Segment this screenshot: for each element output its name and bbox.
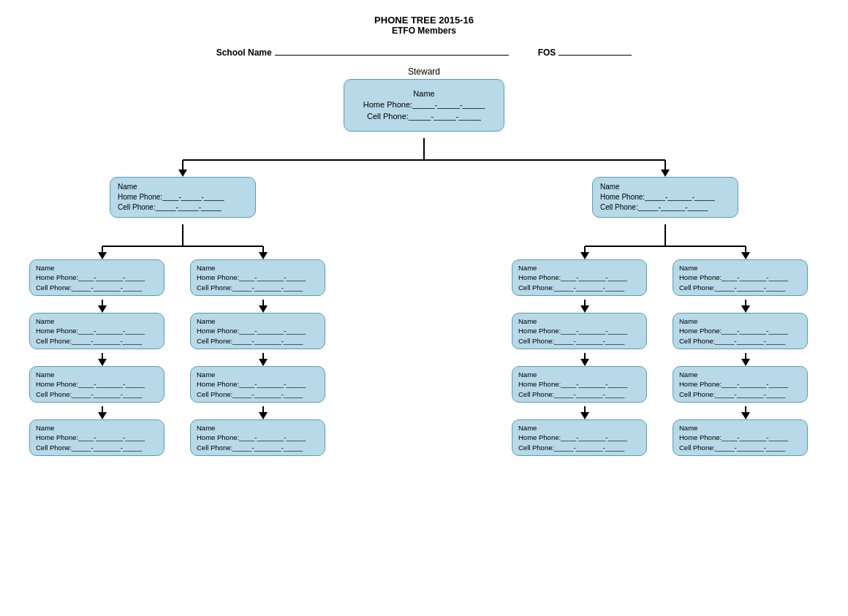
svg-marker-3 bbox=[178, 170, 187, 177]
col2-node3: Name Home Phone:____-_______-_____ Cell … bbox=[190, 419, 329, 456]
fos-field: FOS bbox=[538, 47, 632, 58]
col3-node0: Name Home Phone:____-_______-_____ Cell … bbox=[512, 259, 651, 296]
col1-node2: Name Home Phone:____-_______-_____ Cell … bbox=[29, 366, 168, 403]
root-home: Home Phone:_____-_____-_____ bbox=[356, 99, 492, 110]
tree-container: Steward Name Home Phone:_____-_____-____… bbox=[22, 65, 826, 562]
page: PHONE TREE 2015-16 ETFO Members School N… bbox=[0, 0, 848, 616]
school-label: School Name bbox=[216, 47, 272, 58]
svg-marker-27 bbox=[259, 359, 268, 366]
l1l-name: Name bbox=[118, 182, 248, 192]
col1-node3: Name Home Phone:____-_______-_____ Cell … bbox=[29, 419, 168, 456]
school-fos-line: School Name FOS bbox=[22, 47, 826, 58]
svg-marker-11 bbox=[259, 252, 268, 259]
svg-marker-35 bbox=[580, 412, 589, 419]
svg-marker-19 bbox=[98, 305, 107, 313]
root-name: Name bbox=[356, 88, 492, 99]
col4-node0: Name Home Phone:____-_______-_____ Cell … bbox=[673, 259, 811, 296]
c1n0-home: Home Phone:____-_______-_____ bbox=[36, 273, 158, 282]
col3-node1: Name Home Phone:____-_______-_____ Cell … bbox=[512, 313, 651, 349]
col2-node0: Name Home Phone:____-_______-_____ Cell … bbox=[190, 259, 329, 296]
col1-node1: Name Home Phone:____-_______-_____ Cell … bbox=[29, 313, 168, 349]
svg-marker-29 bbox=[259, 412, 268, 419]
root-cell: Cell Phone:_____-_____-_____ bbox=[356, 111, 492, 122]
main-title: PHONE TREE 2015-16 bbox=[22, 15, 826, 26]
sub-title: ETFO Members bbox=[22, 26, 826, 36]
col4-node1: Name Home Phone:____-_______-_____ Cell … bbox=[673, 313, 811, 349]
svg-marker-31 bbox=[580, 305, 589, 313]
c1n0-cell: Cell Phone:_____-_______-_____ bbox=[36, 283, 158, 292]
title-section: PHONE TREE 2015-16 ETFO Members bbox=[22, 15, 826, 36]
svg-marker-25 bbox=[259, 305, 268, 313]
col3-node3: Name Home Phone:____-_______-_____ Cell … bbox=[512, 419, 651, 456]
c1n0-name: Name bbox=[36, 263, 158, 273]
col2-node1: Name Home Phone:____-_______-_____ Cell … bbox=[190, 313, 329, 349]
col4-node3: Name Home Phone:____-_______-_____ Cell … bbox=[673, 419, 811, 456]
fos-label: FOS bbox=[538, 47, 556, 58]
l1l-cell: Cell Phone:_____-_____-_____ bbox=[118, 202, 248, 213]
svg-marker-41 bbox=[741, 412, 750, 419]
l1r-home: Home Phone:_____-______-_____ bbox=[600, 192, 730, 202]
c1n1-name: Name bbox=[36, 316, 158, 326]
l1r-cell: Cell Phone:_____-______-_____ bbox=[600, 202, 730, 213]
svg-marker-21 bbox=[98, 359, 107, 366]
col2-node2: Name Home Phone:____-_______-_____ Cell … bbox=[190, 366, 329, 403]
steward-label-text: Steward Name Home Phone:_____-_____-____… bbox=[344, 66, 504, 132]
l1l-home: Home Phone:____-_____-_____ bbox=[118, 192, 248, 202]
fos-underline bbox=[559, 55, 632, 56]
svg-marker-23 bbox=[98, 412, 107, 419]
col4-node2: Name Home Phone:____-_______-_____ Cell … bbox=[673, 366, 811, 403]
col1-node0: Name Home Phone:____-_______-_____ Cell … bbox=[29, 259, 168, 296]
school-underline bbox=[275, 55, 509, 56]
col3-node2: Name Home Phone:____-_______-_____ Cell … bbox=[512, 366, 651, 403]
svg-marker-17 bbox=[741, 252, 750, 259]
svg-marker-15 bbox=[580, 252, 589, 259]
svg-marker-37 bbox=[741, 305, 750, 313]
level1-right-node: Name Home Phone:_____-______-_____ Cell … bbox=[592, 177, 738, 218]
school-field: School Name bbox=[216, 47, 509, 58]
level1-left-node: Name Home Phone:____-_____-_____ Cell Ph… bbox=[110, 177, 256, 218]
svg-marker-39 bbox=[741, 359, 750, 366]
l1r-name: Name bbox=[600, 182, 730, 192]
svg-marker-33 bbox=[580, 359, 589, 366]
svg-marker-9 bbox=[98, 252, 107, 259]
level1-left: Name Home Phone:____-_____-_____ Cell Ph… bbox=[110, 177, 256, 218]
root-node: Name Home Phone:_____-_____-_____ Cell P… bbox=[344, 79, 504, 132]
level1-right: Name Home Phone:_____-______-_____ Cell … bbox=[592, 177, 738, 218]
svg-marker-5 bbox=[661, 170, 670, 177]
steward-label: Steward bbox=[344, 66, 504, 77]
